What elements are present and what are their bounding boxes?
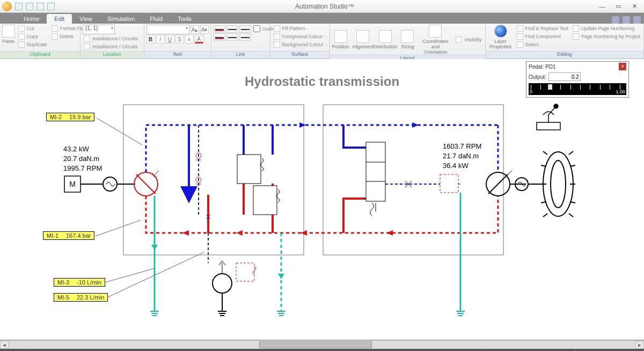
duplicate-button[interactable]: Duplicate bbox=[17, 41, 48, 48]
qat-more-icon[interactable] bbox=[47, 3, 55, 10]
group-surface-label: Surface bbox=[270, 51, 330, 58]
bold-button[interactable]: B bbox=[147, 35, 155, 43]
pages-icon bbox=[573, 25, 579, 32]
status-zoom[interactable]: 162% ⊕ bbox=[576, 349, 644, 351]
fg-color[interactable]: Foreground Colour · bbox=[273, 33, 327, 40]
bg-color[interactable]: Background Colour · bbox=[273, 41, 327, 48]
close-button[interactable]: ✕ bbox=[627, 2, 642, 11]
help-icon[interactable] bbox=[612, 16, 619, 24]
svg-rect-20 bbox=[366, 142, 385, 201]
visibility-button[interactable]: Visibility bbox=[455, 36, 482, 43]
tab-view[interactable]: View bbox=[72, 14, 100, 24]
svg-rect-16 bbox=[253, 186, 277, 215]
scroll-left-icon[interactable]: ◄ bbox=[0, 341, 9, 349]
find-component[interactable]: Find Component bbox=[516, 33, 569, 40]
pedal-panel[interactable]: Pedal: PD1× Output: 0 1.00 bbox=[526, 61, 629, 98]
select-menu[interactable]: Select · bbox=[516, 41, 569, 48]
title-bar: Automation Studio™ — ▭ ✕ bbox=[0, 0, 644, 13]
svg-line-58 bbox=[97, 118, 142, 145]
ribbon: Paste Cut Copy Duplicate Format Painter … bbox=[0, 24, 644, 59]
page-num-project[interactable]: Page Numbering by Project bbox=[572, 33, 641, 40]
svg-text:M: M bbox=[69, 180, 76, 188]
cursor-icon bbox=[517, 41, 523, 48]
tab-tools[interactable]: Tools bbox=[170, 14, 199, 24]
align-icon bbox=[356, 30, 369, 43]
italic-button[interactable]: I bbox=[156, 35, 165, 43]
pedal-title: Pedal: PD1 bbox=[529, 64, 556, 70]
tab-fluid[interactable]: Fluid bbox=[142, 14, 170, 24]
svg-rect-15 bbox=[237, 155, 261, 184]
align-left-button[interactable]: ≡ bbox=[185, 35, 194, 43]
horizontal-scrollbar[interactable]: ◄ ► bbox=[0, 340, 644, 349]
qat-redo-icon[interactable] bbox=[36, 3, 44, 10]
pattern-icon bbox=[274, 25, 280, 32]
paste-button[interactable]: Paste bbox=[2, 25, 15, 44]
bucket-icon bbox=[274, 41, 280, 48]
line-weight[interactable] bbox=[214, 33, 225, 41]
coords-button[interactable]: Coordinates and Orientation bbox=[421, 25, 451, 55]
sizing-button[interactable]: Sizing bbox=[399, 30, 416, 49]
svg-point-38 bbox=[213, 274, 232, 293]
maximize-button[interactable]: ▭ bbox=[611, 2, 626, 11]
strike-button[interactable]: S bbox=[175, 35, 184, 43]
svg-line-59 bbox=[96, 220, 141, 236]
outline-checkbox[interactable] bbox=[253, 25, 260, 32]
options-icon[interactable] bbox=[623, 16, 630, 24]
tab-simulation[interactable]: Simulation bbox=[100, 14, 142, 24]
line-arrow[interactable] bbox=[239, 33, 251, 41]
font-size-up[interactable]: A▴ bbox=[191, 25, 199, 34]
grid-icon bbox=[84, 43, 90, 50]
svg-point-34 bbox=[551, 160, 566, 208]
canvas[interactable]: Hydrostatic transmission Pedal: PD1× Out… bbox=[0, 59, 644, 340]
ribbon-tabs: Home Edit View Simulation Fluid Tools bbox=[0, 13, 644, 24]
tab-edit[interactable]: Edit bbox=[47, 14, 72, 24]
find-replace[interactable]: Find & Replace Text bbox=[516, 25, 569, 32]
cut-icon bbox=[18, 25, 25, 32]
status-paces: Simulation Paces: 0.5 ms / 10 ms bbox=[485, 349, 576, 351]
pedal-close-icon[interactable]: × bbox=[619, 63, 626, 70]
update-page-num[interactable]: Update Page Numbering bbox=[572, 25, 641, 32]
line-style-3[interactable] bbox=[239, 25, 251, 33]
coord-combo[interactable]: (1, 1) bbox=[83, 25, 115, 34]
coords-icon bbox=[429, 25, 442, 38]
search-icon bbox=[517, 33, 523, 40]
pedal-slider[interactable]: 0 1.00 bbox=[529, 83, 626, 95]
layer-props-button[interactable]: Layer Properties bbox=[488, 25, 514, 49]
installations-1[interactable]: Installations / Circuits bbox=[83, 35, 142, 42]
font-size-down[interactable]: A▾ bbox=[200, 25, 209, 34]
line-style-2[interactable] bbox=[226, 25, 238, 33]
minimize-button[interactable]: — bbox=[595, 2, 610, 11]
line-dash[interactable] bbox=[226, 33, 238, 41]
fill-pattern[interactable]: Fill Pattern · bbox=[273, 25, 327, 32]
alignment-button[interactable]: Alignment bbox=[354, 30, 372, 49]
font-color-button[interactable]: A bbox=[195, 35, 203, 43]
tab-home[interactable]: Home bbox=[16, 14, 47, 24]
copy-icon bbox=[18, 33, 25, 40]
scroll-track[interactable] bbox=[9, 341, 635, 349]
paint-icon bbox=[274, 33, 280, 40]
schematic-svg: M bbox=[0, 59, 644, 340]
collapse-ribbon-icon[interactable] bbox=[633, 16, 641, 24]
qat-undo-icon[interactable] bbox=[26, 3, 33, 10]
svg-point-5 bbox=[103, 177, 117, 191]
position-button[interactable]: Position bbox=[332, 30, 350, 49]
scroll-right-icon[interactable]: ► bbox=[635, 341, 644, 349]
svg-point-33 bbox=[543, 152, 573, 216]
brush-icon bbox=[52, 25, 58, 32]
installations-2[interactable]: Installations / Circuits bbox=[83, 43, 142, 50]
font-combo[interactable] bbox=[147, 25, 189, 34]
line-style-1[interactable] bbox=[214, 25, 225, 33]
qat-save-icon[interactable] bbox=[15, 3, 23, 10]
group-editing-label: Editing bbox=[486, 51, 643, 58]
pedal-output-input[interactable] bbox=[548, 72, 581, 81]
app-logo bbox=[2, 2, 12, 11]
search-icon bbox=[517, 25, 523, 32]
svg-rect-40 bbox=[236, 263, 254, 281]
distribution-button[interactable]: Distribution bbox=[376, 30, 394, 49]
copy-button[interactable]: Copy bbox=[17, 33, 48, 40]
grid-icon bbox=[84, 35, 90, 42]
cut-button[interactable]: Cut bbox=[17, 25, 48, 32]
status-ready: Ready bbox=[0, 349, 27, 351]
scroll-thumb[interactable] bbox=[259, 341, 372, 348]
underline-button[interactable]: U bbox=[166, 35, 174, 43]
